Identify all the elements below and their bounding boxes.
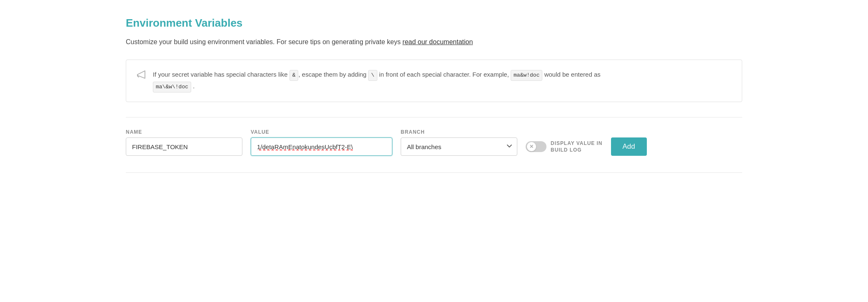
info-text-before: If your secret variable has special char… (153, 71, 289, 78)
megaphone-icon (136, 70, 146, 82)
toggle-wrapper: ✕ (526, 137, 546, 156)
description-prefix: Customize your build using environment v… (126, 38, 402, 45)
info-message: If your secret variable has special char… (153, 69, 601, 92)
documentation-link[interactable]: read our documentation (402, 38, 473, 45)
branch-select[interactable]: All branches main develop feature/* (401, 137, 517, 156)
branch-field-group: BRANCH All branches main develop feature… (401, 129, 517, 156)
value-input[interactable] (251, 137, 392, 156)
info-text-middle2: in front of each special character. For … (377, 71, 511, 78)
name-input[interactable] (126, 137, 242, 156)
branch-select-wrapper: All branches main develop feature/* (401, 137, 517, 156)
top-divider (126, 117, 742, 117)
branch-label: BRANCH (401, 129, 517, 135)
display-value-group: ✕ DISPLAY VALUE IN BUILD LOG (526, 137, 603, 156)
code-badge-example-in: ma&w!doc (511, 70, 542, 81)
info-box: If your secret variable has special char… (126, 60, 742, 102)
toggle-thumb: ✕ (527, 142, 536, 151)
info-text-end: . (191, 82, 195, 90)
code-badge-example-out: ma\&w\!doc (153, 82, 191, 92)
display-label-line1: DISPLAY VALUE IN (551, 140, 603, 146)
page-container: Environment Variables Customize your bui… (109, 0, 759, 190)
value-label: VALUE (251, 129, 392, 135)
code-badge-backslash: \ (368, 70, 377, 81)
name-label: NAME (126, 129, 242, 135)
description-text: Customize your build using environment v… (126, 37, 742, 47)
display-label: DISPLAY VALUE IN BUILD LOG (551, 140, 603, 153)
name-field-group: NAME (126, 129, 242, 156)
info-text-middle1: , escape them by adding (298, 71, 368, 78)
toggle-off-icon: ✕ (529, 144, 534, 150)
display-value-toggle[interactable]: ✕ (526, 141, 546, 152)
display-label-line2: BUILD LOG (551, 147, 603, 153)
env-var-form: NAME VALUE BRANCH All branches main deve… (126, 129, 742, 156)
add-button[interactable]: Add (611, 137, 647, 156)
value-field-group: VALUE (251, 129, 392, 156)
info-text-middle3: would be entered as (542, 71, 600, 78)
bottom-divider (126, 172, 742, 173)
code-badge-ampersand: & (289, 70, 299, 81)
page-title: Environment Variables (126, 17, 742, 30)
